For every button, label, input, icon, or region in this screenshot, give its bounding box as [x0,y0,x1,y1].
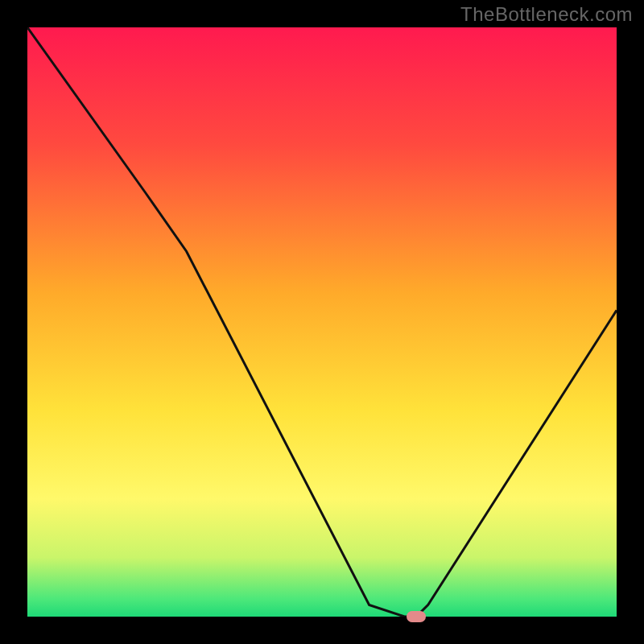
chart-frame: TheBottleneck.com [0,0,644,644]
bottleneck-curve [27,27,617,617]
optimum-marker [407,611,426,622]
watermark-text: TheBottleneck.com [460,3,633,26]
plot-area [27,27,617,617]
